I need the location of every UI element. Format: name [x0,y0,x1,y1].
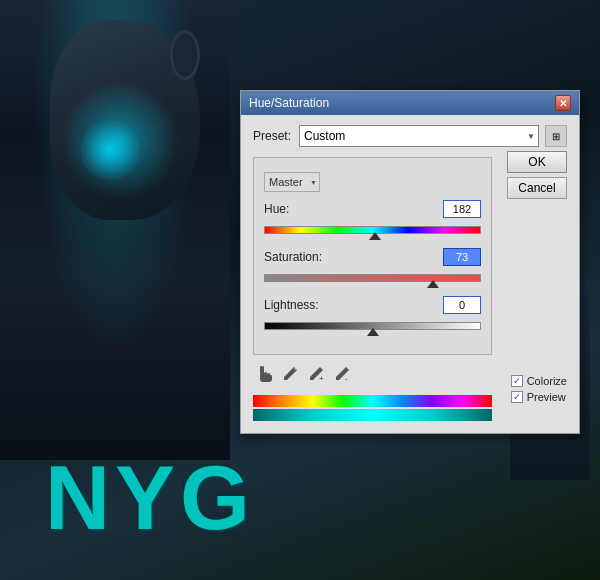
preset-row: Preset: Custom ⊞ [253,125,567,147]
channel-row: Master [264,172,481,192]
colorize-checkbox-row: ✓ Colorize [511,375,567,387]
saturation-thumb[interactable] [427,280,439,288]
preset-dropdown[interactable]: Custom [299,125,539,147]
lightness-label: Lightness: [264,298,344,312]
preview-checkbox[interactable]: ✓ [511,391,523,403]
title-bar: Hue/Saturation ✕ [241,91,579,115]
eyedropper1-icon[interactable] [279,363,301,385]
eyedropper3-icon[interactable]: - [331,363,353,385]
channel-dropdown[interactable]: Master [264,172,320,192]
preview-label: Preview [527,391,566,403]
headphone [170,30,200,80]
bottom-icons: + - [253,363,353,385]
nyg-text: NYG [0,447,300,550]
channel-dropdown-wrapper: Master [264,172,320,192]
hue-thumb[interactable] [369,232,381,240]
result-color-bar [253,409,492,421]
saturation-row: Saturation: [264,248,481,290]
close-button[interactable]: ✕ [555,95,571,111]
preset-dropdown-wrapper: Custom [299,125,539,147]
lightness-value[interactable] [443,296,481,314]
hue-slider-container [264,222,481,242]
dialog-content: Preset: Custom ⊞ OK Cancel Master [241,115,579,433]
cyan-glow [60,80,180,200]
preview-checkbox-row: ✓ Preview [511,391,567,403]
colorize-label: Colorize [527,375,567,387]
action-buttons: OK Cancel [507,151,567,199]
hue-row: Hue: [264,200,481,242]
saturation-label: Saturation: [264,250,344,264]
color-bars [253,395,492,421]
rainbow-color-bar [253,395,492,407]
cancel-button[interactable]: Cancel [507,177,567,199]
svg-point-0 [294,368,296,370]
preset-menu-button[interactable]: ⊞ [545,125,567,147]
hue-value[interactable] [443,200,481,218]
preset-label: Preset: [253,129,293,143]
saturation-value[interactable] [443,248,481,266]
dialog-title: Hue/Saturation [249,96,329,110]
svg-text:-: - [345,374,348,382]
hand-tool-icon[interactable] [253,363,275,385]
hue-saturation-dialog: Hue/Saturation ✕ Preset: Custom ⊞ OK Can… [240,90,580,434]
colorize-checkbox[interactable]: ✓ [511,375,523,387]
adjustments-group: Master Hue: Saturation: [253,157,492,355]
lightness-slider-container [264,318,481,338]
bottom-tool-row: + - [253,363,492,385]
eyedropper2-icon[interactable]: + [305,363,327,385]
hue-label: Hue: [264,202,344,216]
lightness-row: Lightness: [264,296,481,338]
saturation-slider-container [264,270,481,290]
svg-text:+: + [319,374,324,382]
ok-button[interactable]: OK [507,151,567,173]
checkbox-area: ✓ Colorize ✓ Preview [511,375,567,403]
lightness-thumb[interactable] [367,328,379,336]
saturation-track [264,274,481,282]
scene-person [0,0,230,460]
